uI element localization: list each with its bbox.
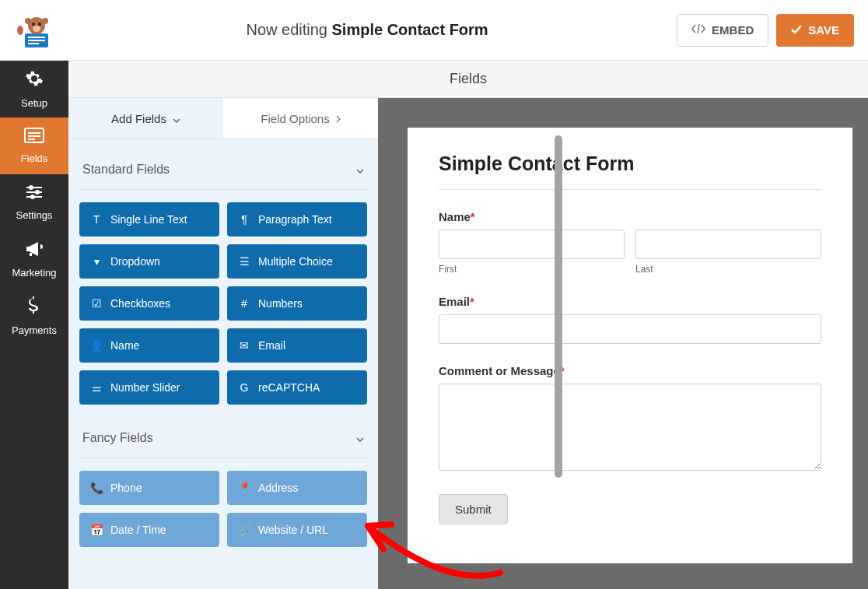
- main-sidebar: Setup Fields Settings Marketing Payments: [0, 61, 68, 589]
- fields-panel: Add Fields Field Options Standard Fields: [68, 98, 378, 589]
- email-label: Email*: [439, 295, 821, 308]
- field-label: Number Slider: [110, 381, 180, 394]
- subheader: Fields: [68, 61, 868, 98]
- section-standard-fields[interactable]: Standard Fields: [79, 153, 367, 190]
- field-address[interactable]: 📍Address: [227, 471, 367, 505]
- field-phone[interactable]: 📞Phone: [79, 471, 219, 505]
- save-button[interactable]: SAVE: [776, 14, 854, 47]
- first-sublabel: First: [439, 264, 625, 275]
- svg-point-16: [30, 186, 33, 189]
- now-editing-text: Now editing: [246, 21, 327, 38]
- svg-point-7: [33, 26, 40, 32]
- email-field-group[interactable]: Email*: [439, 295, 821, 344]
- first-name-input[interactable]: [439, 230, 625, 259]
- svg-rect-1: [28, 37, 45, 38]
- field-label: Name: [110, 339, 139, 352]
- field-website-url[interactable]: 🔗Website / URL: [227, 513, 367, 547]
- panel-scrollbar[interactable]: [555, 135, 562, 478]
- embed-label: EMBED: [712, 23, 754, 37]
- field-dropdown[interactable]: ▾Dropdown: [79, 244, 219, 279]
- field-label: Paragraph Text: [258, 213, 332, 226]
- submit-button[interactable]: Submit: [439, 494, 508, 524]
- field-label: Phone: [110, 482, 142, 494]
- field-number-slider[interactable]: ⚌Number Slider: [79, 370, 219, 405]
- section-fancy-fields[interactable]: Fancy Fields: [79, 422, 367, 458]
- required-asterisk: *: [471, 210, 475, 223]
- section-title: Standard Fields: [82, 163, 170, 177]
- section-title: Fancy Fields: [82, 431, 153, 445]
- svg-rect-2: [28, 40, 45, 41]
- dollar-icon: [28, 296, 40, 320]
- embed-button[interactable]: EMBED: [677, 14, 768, 47]
- svg-point-9: [42, 18, 48, 24]
- field-recaptcha[interactable]: GreCAPTCHA: [227, 370, 367, 405]
- sidebar-item-marketing[interactable]: Marketing: [0, 231, 68, 288]
- app-logo: [14, 9, 58, 52]
- svg-point-18: [36, 191, 39, 194]
- last-name-input[interactable]: [635, 230, 821, 259]
- field-name[interactable]: 👤Name: [79, 328, 219, 363]
- comment-label: Comment or Message*: [439, 364, 821, 377]
- name-field-group[interactable]: Name* First Last: [439, 210, 821, 275]
- tab-label: Add Fields: [111, 112, 166, 125]
- field-label: Single Line Text: [110, 213, 187, 226]
- form-name: Simple Contact Form: [332, 21, 488, 38]
- user-icon: 👤: [90, 339, 103, 352]
- svg-point-5: [32, 23, 35, 26]
- field-numbers[interactable]: #Numbers: [227, 286, 367, 321]
- tab-label: Field Options: [261, 112, 329, 125]
- field-label: Address: [258, 482, 298, 494]
- sidebar-item-setup[interactable]: Setup: [0, 61, 68, 117]
- field-label: Numbers: [258, 297, 303, 310]
- sliders-icon: [25, 184, 44, 205]
- gear-icon: [25, 69, 44, 93]
- phone-icon: 📞: [90, 482, 103, 494]
- bullhorn-icon: [25, 240, 44, 262]
- calendar-icon: 📅: [90, 524, 103, 536]
- email-input[interactable]: [439, 314, 821, 344]
- paragraph-icon: ¶: [238, 213, 250, 226]
- sidebar-item-fields[interactable]: Fields: [0, 117, 68, 174]
- field-paragraph-text[interactable]: ¶Paragraph Text: [227, 202, 367, 237]
- save-label: SAVE: [808, 23, 839, 37]
- svg-rect-3: [28, 43, 39, 44]
- field-multiple-choice[interactable]: ☰Multiple Choice: [227, 244, 367, 279]
- form-icon: [24, 128, 44, 148]
- header-bar: Now editing Simple Contact Form EMBED SA…: [0, 0, 868, 61]
- field-label: Website / URL: [258, 524, 328, 536]
- header-actions: EMBED SAVE: [677, 14, 854, 47]
- chevron-down-icon: [356, 163, 364, 177]
- tab-add-fields[interactable]: Add Fields: [68, 98, 223, 138]
- field-checkboxes[interactable]: ☑Checkboxes: [79, 286, 219, 321]
- chevron-right-icon: [336, 112, 341, 125]
- text-icon: T: [90, 213, 103, 226]
- form-preview: Simple Contact Form Name* First Last: [378, 98, 868, 589]
- code-icon: [691, 23, 705, 37]
- field-single-line-text[interactable]: TSingle Line Text: [79, 202, 219, 237]
- field-email[interactable]: ✉Email: [227, 328, 367, 363]
- comment-textarea[interactable]: [439, 384, 821, 471]
- required-asterisk: *: [470, 295, 474, 308]
- field-label: Date / Time: [110, 524, 166, 536]
- last-sublabel: Last: [635, 264, 821, 275]
- name-label: Name*: [439, 210, 821, 223]
- editing-title: Now editing Simple Contact Form: [58, 21, 677, 39]
- sidebar-item-payments[interactable]: Payments: [0, 288, 68, 345]
- field-label: reCAPTCHA: [258, 381, 320, 394]
- chevron-down-icon: [173, 112, 180, 125]
- tab-field-options[interactable]: Field Options: [223, 98, 378, 138]
- google-icon: G: [238, 381, 250, 394]
- sidebar-label: Payments: [12, 324, 57, 336]
- link-icon: 🔗: [238, 524, 250, 536]
- check-square-icon: ☑: [90, 297, 103, 310]
- check-icon: [791, 23, 802, 37]
- pin-icon: 📍: [238, 482, 250, 494]
- field-label: Email: [258, 339, 285, 352]
- field-date-time[interactable]: 📅Date / Time: [79, 513, 219, 547]
- sidebar-label: Fields: [21, 153, 48, 164]
- field-label: Dropdown: [110, 255, 160, 268]
- field-label: Multiple Choice: [258, 255, 333, 268]
- comment-field-group[interactable]: Comment or Message*: [439, 364, 821, 474]
- sidebar-item-settings[interactable]: Settings: [0, 174, 68, 231]
- list-icon: ☰: [238, 255, 250, 268]
